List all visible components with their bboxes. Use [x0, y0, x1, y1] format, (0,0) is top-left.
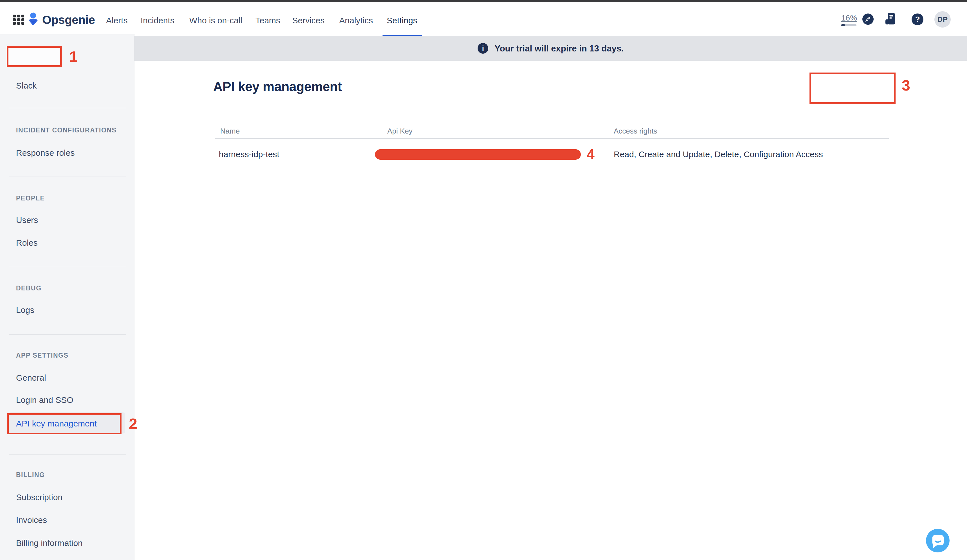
table-header-access-rights: Access rights — [614, 127, 657, 135]
sidebar-divider — [9, 267, 126, 267]
table-header-divider — [215, 138, 889, 139]
sidebar-divider — [9, 108, 126, 108]
sidebar-divider — [9, 334, 126, 335]
top-navigation-bar: Opsgenie Alerts Incidents Who is on-call… — [0, 2, 967, 34]
app-switcher-grid-icon[interactable] — [13, 15, 24, 25]
opsgenie-logo-icon[interactable] — [28, 12, 38, 26]
sidebar-item-subscription[interactable]: Subscription — [16, 493, 63, 502]
sidebar-section-debug: DEBUG — [16, 285, 41, 292]
table-header-name: Name — [220, 127, 240, 135]
annotation-box-step3 — [810, 72, 896, 104]
api-key-row-name: harness-idp-test — [219, 150, 279, 158]
usage-progress-fill — [841, 24, 845, 26]
sidebar-divider — [9, 454, 126, 455]
live-chat-bubble-button[interactable] — [926, 529, 950, 552]
nav-item-alerts[interactable]: Alerts — [106, 16, 128, 25]
api-key-redaction-bar — [375, 149, 581, 160]
opsgenie-settings-page: Opsgenie Alerts Incidents Who is on-call… — [0, 0, 967, 560]
nav-item-who-is-on-call[interactable]: Who is on-call — [189, 16, 242, 25]
nav-item-services[interactable]: Services — [292, 16, 325, 25]
table-header-api-key: Api Key — [387, 127, 413, 135]
nav-item-teams[interactable]: Teams — [256, 16, 280, 25]
sidebar-item-slack[interactable]: Slack — [16, 82, 36, 90]
nav-item-analytics[interactable]: Analytics — [339, 16, 373, 25]
user-avatar[interactable]: DP — [934, 11, 950, 28]
sidebar-item-roles[interactable]: Roles — [16, 239, 38, 247]
annotation-number-3: 3 — [902, 77, 910, 93]
sidebar-section-app-settings: APP SETTINGS — [16, 352, 68, 359]
help-icon[interactable]: ? — [912, 13, 923, 25]
sidebar-section-billing: BILLING — [16, 472, 45, 478]
window-chrome-strip — [0, 0, 967, 2]
trial-expiry-text: Your trial will expire in 13 days. — [495, 44, 624, 53]
info-glyph: i — [482, 45, 484, 52]
sidebar-item-response-roles[interactable]: Response roles — [16, 149, 74, 157]
trial-usage-indicator[interactable]: 16% — [841, 14, 858, 26]
whats-new-changelog-icon[interactable] — [885, 13, 895, 25]
sidebar-item-login-and-sso[interactable]: Login and SSO — [16, 396, 73, 404]
sidebar-item-invoices[interactable]: Invoices — [16, 516, 47, 524]
api-key-row-access-rights: Read, Create and Update, Delete, Configu… — [614, 150, 823, 158]
info-icon: i — [478, 43, 488, 54]
annotation-box-step2 — [7, 413, 122, 434]
annotation-number-2: 2 — [129, 416, 137, 431]
opsgenie-logo-text[interactable]: Opsgenie — [42, 14, 95, 26]
sidebar-item-general[interactable]: General — [16, 374, 46, 382]
annotation-number-1: 1 — [69, 49, 78, 64]
nav-item-settings[interactable]: Settings — [387, 16, 417, 25]
trial-expiry-banner: i Your trial will expire in 13 days. — [134, 36, 967, 61]
usage-percent-label: 16% — [841, 13, 857, 22]
nav-item-incidents[interactable]: Incidents — [140, 16, 174, 25]
settings-sidebar — [0, 34, 134, 560]
page-title: API key management — [213, 80, 342, 93]
help-glyph: ? — [915, 15, 920, 23]
sidebar-section-incident-configurations: INCIDENT CONFIGURATIONS — [16, 127, 116, 133]
explore-compass-icon[interactable] — [862, 13, 874, 25]
avatar-initials: DP — [937, 16, 947, 23]
annotation-number-4: 4 — [587, 147, 595, 161]
sidebar-item-billing-information[interactable]: Billing information — [16, 539, 83, 547]
sidebar-section-people: PEOPLE — [16, 195, 45, 202]
sidebar-item-users[interactable]: Users — [16, 216, 38, 224]
usage-progress-bar — [841, 24, 856, 26]
annotation-box-step1 — [7, 46, 62, 67]
sidebar-divider — [9, 176, 126, 177]
sidebar-item-logs[interactable]: Logs — [16, 306, 34, 314]
